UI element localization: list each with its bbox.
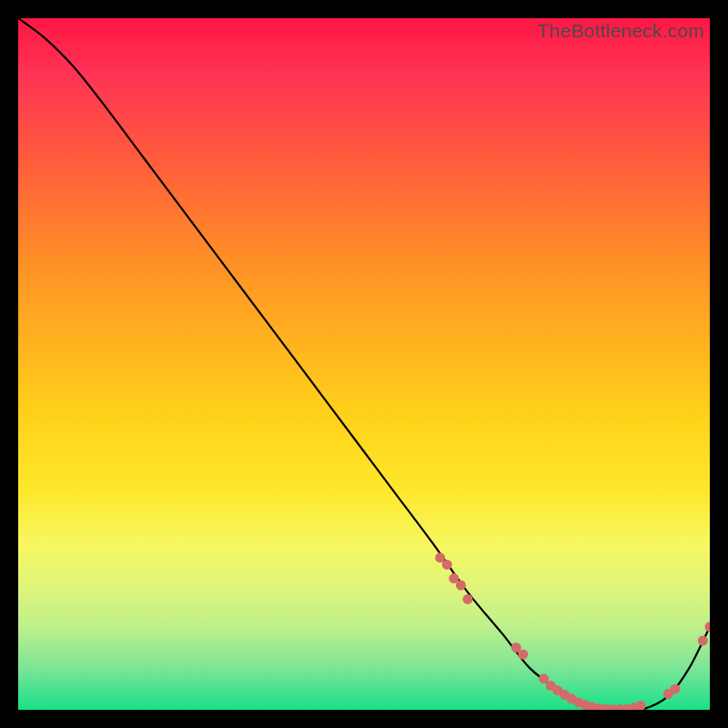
data-point <box>636 701 646 710</box>
data-point <box>671 684 681 694</box>
chart-plot <box>18 18 710 710</box>
data-point <box>518 650 528 660</box>
data-point <box>705 622 711 632</box>
data-point <box>698 636 708 646</box>
bottleneck-curve <box>18 18 710 710</box>
data-point <box>442 560 452 570</box>
data-point <box>463 594 473 604</box>
data-points <box>435 552 710 710</box>
chart-frame: TheBottleneck.com <box>18 18 710 710</box>
data-point <box>456 581 466 591</box>
watermark-text: TheBottleneck.com <box>538 20 704 42</box>
